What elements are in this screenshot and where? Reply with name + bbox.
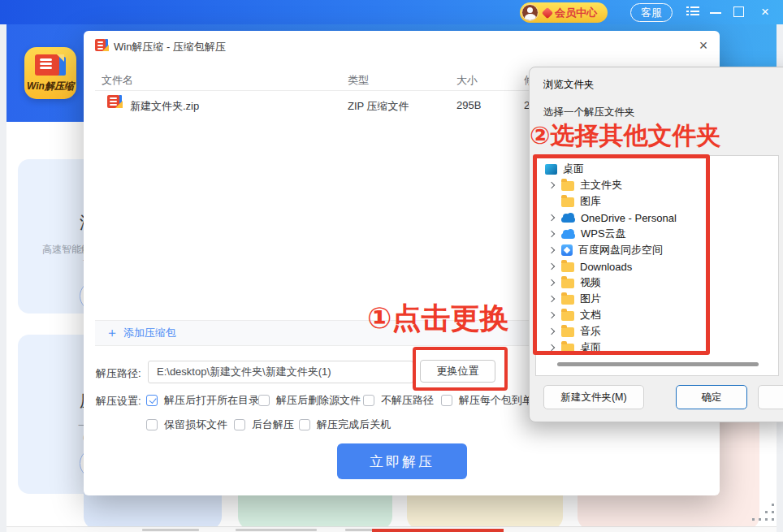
app-logo-label: Win解压缩 xyxy=(24,80,76,93)
option-shutdown-after[interactable]: 解压完成后关机 xyxy=(299,417,391,432)
checkbox-icon[interactable] xyxy=(299,419,310,430)
extract-path-value: E:\desktop\新建文件夹\新建文件夹(1) xyxy=(157,365,331,379)
new-folder-button[interactable]: 新建文件夹(M) xyxy=(543,385,644,409)
browse-dialog-subtitle: 选择一个解压文件夹 xyxy=(543,106,635,119)
file-name-cell[interactable]: 新建文件夹.zip xyxy=(130,99,199,114)
archive-app-icon xyxy=(95,39,109,51)
option-delete-source[interactable]: 解压后删除源文件 xyxy=(258,393,361,408)
resize-grip[interactable] xyxy=(751,502,777,521)
file-size-cell: 295B xyxy=(456,99,481,111)
extract-now-button[interactable]: 立即解压 xyxy=(337,443,467,479)
titlebar: 会员中心 客服 × xyxy=(0,0,783,24)
file-type-cell: ZIP 压缩文件 xyxy=(348,99,409,114)
horizontal-scrollbar[interactable] xyxy=(557,362,759,366)
cancel-button[interactable]: 取消 xyxy=(758,385,783,409)
add-archive-label: 添加压缩包 xyxy=(123,326,176,340)
background-red-bar xyxy=(372,529,504,532)
minimize-icon[interactable] xyxy=(710,12,721,14)
extract-path-label: 解压路径: xyxy=(96,366,141,381)
checkbox-icon[interactable] xyxy=(146,395,158,406)
option-no-path[interactable]: 不解压路径 xyxy=(363,393,434,408)
member-center-label: 会员中心 xyxy=(555,6,597,20)
checkbox-icon[interactable] xyxy=(363,395,374,406)
column-header-size[interactable]: 大小 xyxy=(456,73,478,88)
browse-dialog-title: 浏览文件夹 xyxy=(543,78,595,92)
checkbox-icon[interactable] xyxy=(146,419,158,430)
option-open-folder-after[interactable]: 解压后打开所在目录 xyxy=(146,393,259,408)
extract-now-label: 立即解压 xyxy=(370,452,435,471)
plus-icon: ＋ xyxy=(106,327,119,339)
annotation-step2-box xyxy=(533,154,710,355)
option-keep-broken[interactable]: 保留损坏文件 xyxy=(146,417,227,432)
screen: Win解压缩 添加 高速智能解 T 压缩 一键 6 xyxy=(0,0,783,532)
customer-support-button[interactable]: 客服 xyxy=(630,3,673,22)
extract-path-input[interactable]: E:\desktop\新建文件夹\新建文件夹(1) xyxy=(148,361,413,383)
add-archive-link[interactable]: ＋ 添加压缩包 xyxy=(106,326,176,340)
ok-button[interactable]: 确定 xyxy=(676,385,747,409)
checkbox-icon[interactable] xyxy=(258,395,270,406)
column-header-filename[interactable]: 文件名 xyxy=(102,73,133,88)
annotation-step2-text: ②选择其他文件夹 xyxy=(530,119,720,153)
option-background-extract[interactable]: 后台解压 xyxy=(234,417,294,432)
menu-list-icon[interactable] xyxy=(686,6,699,18)
dialog-close-icon[interactable]: × xyxy=(693,36,714,55)
archive-logo-icon xyxy=(35,54,66,77)
maximize-icon[interactable] xyxy=(733,6,744,17)
dialog-title: Win解压缩 - 压缩包解压 xyxy=(114,40,226,54)
extract-settings-label: 解压设置: xyxy=(96,394,141,409)
vip-gem-icon xyxy=(542,6,553,18)
app-logo: Win解压缩 xyxy=(24,47,76,99)
column-header-type[interactable]: 类型 xyxy=(348,73,369,88)
checkbox-icon[interactable] xyxy=(441,395,452,406)
annotation-step1-text: ①点击更换 xyxy=(367,299,508,339)
checkbox-icon[interactable] xyxy=(234,419,245,430)
close-icon[interactable]: × xyxy=(757,2,773,22)
background-window-sliver xyxy=(6,526,777,532)
member-center-button[interactable]: 会员中心 xyxy=(520,2,608,23)
background-text-fragment xyxy=(236,529,317,531)
annotation-step1-box xyxy=(413,347,508,391)
background-text-fragment xyxy=(142,529,199,531)
background-text-fragment xyxy=(345,529,374,531)
user-avatar xyxy=(521,4,539,21)
zip-file-icon xyxy=(107,95,123,108)
customer-support-label: 客服 xyxy=(641,6,662,20)
